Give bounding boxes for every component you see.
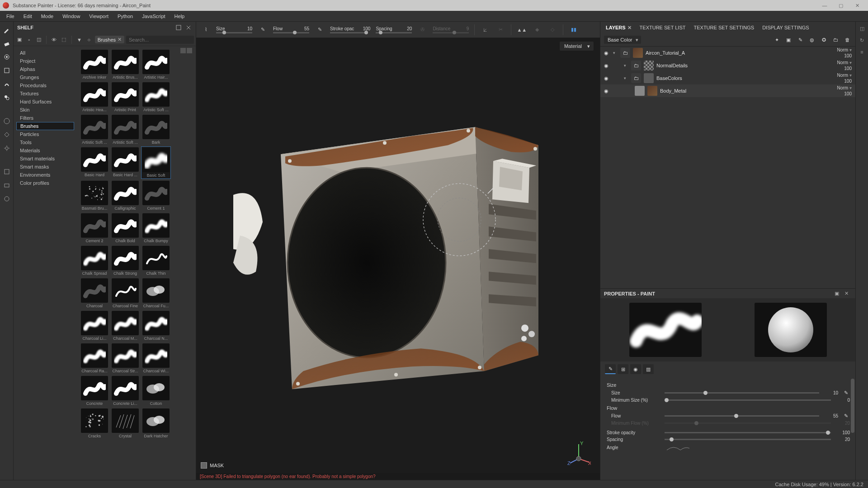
layer-blend-mode[interactable]: Norm [831,60,852,65]
shelf-category-smart-masks[interactable]: Smart masks [14,163,77,171]
close-button[interactable]: ✕ [849,0,865,11]
symmetry-icon[interactable]: ⟀ [480,25,490,35]
brush-item[interactable]: Basic Soft [141,146,171,179]
folder-expand-icon[interactable]: ▾ [613,51,618,55]
brush-item[interactable]: Chalk Bumpy [141,212,171,244]
tab-layers-close-icon[interactable]: ✕ [627,25,632,30]
layer-row[interactable]: ◉▾🗀NormalDetailsNorm100 [600,59,855,72]
shelf-filter-icon[interactable]: ▼ [75,35,83,45]
resource-icon[interactable] [2,181,11,190]
brush-item[interactable]: Charcoal N... [141,310,171,342]
brush-item[interactable]: Charcoal Ra... [80,343,109,374]
brush-item[interactable]: Crystal [110,408,140,439]
brush-item[interactable]: Basmati Bru... [80,180,109,211]
layer-thumb[interactable] [644,61,654,70]
menu-help[interactable]: Help [170,12,189,21]
brush-item[interactable]: Artistic Soft ... [141,81,171,113]
param-flow-slider[interactable] [665,415,819,417]
brush-item[interactable]: Basic Hard ... [110,146,140,179]
folder-expand-icon[interactable]: ▾ [624,76,628,80]
brush-item[interactable]: Calligraphic [110,180,140,211]
brush-item[interactable]: Charcoal Fine [110,277,140,309]
layer-opacity[interactable]: 100 [838,79,852,84]
shelf-filter-chip[interactable]: Brushes ✕ [95,36,124,43]
shelf-category-hard-surfaces[interactable]: Hard Surfaces [14,98,77,106]
param-size-pressure-icon[interactable]: ✎ [842,389,850,396]
visibility-toggle-icon[interactable]: ◉ [604,63,610,69]
lazy-mouse-icon[interactable]: ✇ [417,25,427,35]
menu-javascript[interactable]: JavaScript [137,12,170,21]
properties-close-icon[interactable]: ✕ [844,291,852,296]
brush-item[interactable]: Artistic Soft ... [110,114,140,145]
brush-item[interactable]: Archive Inker [80,49,109,80]
lasso-mode-icon[interactable]: ⌇ [201,25,211,35]
brush-item[interactable]: Chalk Bold [110,212,140,244]
brush-item[interactable]: Charcoal [80,277,109,309]
brush-item[interactable]: Charcoal Wi... [141,343,171,374]
prop-tab-stencil-icon[interactable]: ◉ [630,364,641,374]
shelf-import-icon[interactable]: ⬚ [60,35,68,45]
param-minsize-slider[interactable] [665,399,831,401]
brush-item[interactable]: Bark [141,114,171,145]
shelf-category-textures[interactable]: Textures [14,89,77,98]
layer-name[interactable]: Body_Metal [660,88,826,94]
menu-viewport[interactable]: Viewport [85,12,113,21]
add-smart-material-icon[interactable]: ✪ [819,35,828,44]
menu-window[interactable]: Window [58,12,85,21]
shelf-category-procedurals[interactable]: Procedurals [14,81,77,89]
shelf-category-skin[interactable]: Skin [14,106,77,114]
shelf-search-input[interactable] [126,36,194,44]
shelf-home-icon[interactable]: ▣ [15,35,23,45]
axis-gizmo[interactable]: Y X Z [566,441,591,465]
add-paint-layer-icon[interactable]: ✎ [796,35,805,44]
layer-opacity[interactable]: 100 [838,91,852,96]
layer-opacity[interactable]: 100 [838,53,852,58]
delete-layer-icon[interactable]: 🗑 [843,35,852,44]
shelf-category-all[interactable]: All [14,49,77,57]
dock-history-icon[interactable]: ↻ [858,36,866,44]
clone-tool-icon[interactable] [2,93,11,102]
symmetry-settings-icon[interactable]: ✂ [495,25,505,35]
brush-item[interactable]: Concrete Li... [110,375,140,407]
eraser-tool-icon[interactable] [2,39,11,48]
layer-opacity[interactable]: 100 [838,66,852,71]
size-link-icon[interactable]: ✎ [258,25,268,35]
layer-mask-thumb[interactable] [635,86,645,96]
layer-blend-mode[interactable]: Norm [831,85,852,90]
shelf-category-color-profiles[interactable]: Color profiles [14,179,77,187]
mirror-z-icon[interactable]: ◇ [547,25,557,35]
tab-texture-set-settings[interactable]: TEXTURE SET SETTINGS [690,23,758,32]
folder-expand-icon[interactable]: ▾ [624,63,628,68]
grid-view-toggle[interactable] [180,48,192,53]
mirror-x-icon[interactable]: ▲▲ [517,25,527,35]
brush-item[interactable]: Cement 2 [80,212,109,244]
brush-item[interactable]: Basic Hard [80,146,109,179]
shelf-category-tools[interactable]: Tools [14,138,77,146]
brush-item[interactable]: Dark Hatcher [141,408,171,439]
brush-item[interactable]: Cotton [141,375,171,407]
iray-icon[interactable] [2,167,11,176]
prop-tab-alpha-icon[interactable]: ⊞ [618,364,628,374]
layer-name[interactable]: Aircon_Tutorial_A [646,50,826,56]
brush-item[interactable]: Artistic Brus... [110,49,140,80]
brush-item[interactable]: Artistic Soft ... [80,114,109,145]
brush-item[interactable]: Charcoal M... [110,310,140,342]
add-fill-layer-icon[interactable]: ◍ [807,35,816,44]
brush-item[interactable]: Artistic Print [110,81,140,113]
prop-tab-material-icon[interactable]: ▥ [643,364,654,374]
shelf-clear-icon[interactable]: ○ [85,35,93,45]
brush-item[interactable]: Concrete [80,375,109,407]
menu-mode[interactable]: Mode [37,12,58,21]
shelf-category-alphas[interactable]: Alphas [14,65,77,73]
dock-log-icon[interactable]: ≡ [858,48,866,56]
layer-blend-mode[interactable]: Norm [831,73,852,78]
shelf-category-filters[interactable]: Filters [14,114,77,122]
shelf-category-particles[interactable]: Particles [14,130,77,138]
brush-item[interactable]: Chalk Thin [141,245,171,277]
properties-scrollbar[interactable] [851,377,854,480]
brush-item[interactable]: Chalk Spread [80,245,109,277]
shelf-category-smart-materials[interactable]: Smart materials [14,155,77,163]
polyfill-tool-icon[interactable] [2,66,11,75]
substance-icon[interactable] [2,194,11,203]
brush-item[interactable]: Charcoal Li... [80,310,109,342]
